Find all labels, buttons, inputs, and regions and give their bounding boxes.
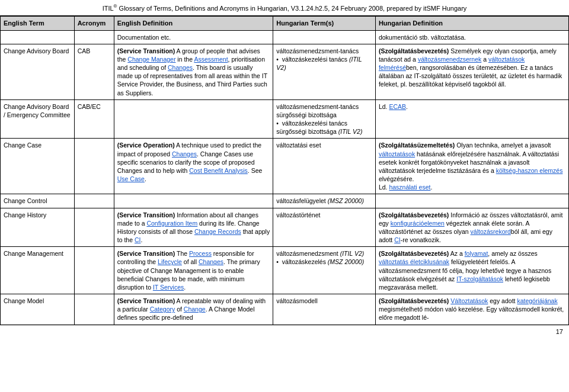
- cell-hungarian-def: Ld. ECAB.: [375, 99, 568, 139]
- cell-hungarian-def: dokumentáció stb. változtatása.: [375, 30, 568, 44]
- main-table: English Term Acronym English Definition …: [0, 16, 569, 325]
- cell-english-def: [114, 194, 273, 208]
- cell-english-def: (Service Operation) A technique used to …: [114, 139, 273, 194]
- cell-hungarian-term: [273, 30, 376, 44]
- table-row: Change History(Service Transition) Infor…: [1, 208, 569, 247]
- cell-hungarian-def: (Szolgáltatásbevezetés) Az a folyamat, a…: [375, 247, 568, 294]
- cell-acronym: CAB: [74, 44, 114, 99]
- table-row: Change Advisory Board / Emergency Commit…: [1, 99, 569, 139]
- cell-english-term: Change Case: [1, 139, 75, 194]
- cell-hungarian-def: [375, 194, 568, 208]
- cell-english-term: Change Advisory Board: [1, 44, 75, 99]
- cell-hungarian-def: (Szolgáltatásbevezetés) Személyek egy ol…: [375, 44, 568, 99]
- cell-hungarian-def: (Szolgáltatásbevezetés) Változtatások eg…: [375, 294, 568, 325]
- table-row: Change Model(Service Transition) A repea…: [1, 294, 569, 325]
- cell-hungarian-term: változtatási eset: [273, 139, 376, 194]
- table-row: Documentation etc.dokumentáció stb. vált…: [1, 30, 569, 44]
- cell-acronym: [74, 30, 114, 44]
- page-footer: 17: [0, 325, 569, 338]
- cell-hungarian-def: (Szolgáltatásüzemeltetés) Olyan technika…: [375, 139, 568, 194]
- cell-english-term: Change Advisory Board / Emergency Commit…: [1, 99, 75, 139]
- cell-hungarian-term: változásmodell: [273, 294, 376, 325]
- cell-hungarian-term: változástörténet: [273, 208, 376, 247]
- cell-english-def: Documentation etc.: [114, 30, 273, 44]
- cell-english-term: [1, 30, 75, 44]
- cell-acronym: [74, 208, 114, 247]
- cell-english-def: (Service Transition) The Process respons…: [114, 247, 273, 294]
- cell-acronym: [74, 247, 114, 294]
- col-header-english-def: English Definition: [114, 16, 273, 30]
- cell-english-def: [114, 99, 273, 139]
- cell-hungarian-term: változásmenedzsment-tanács sürgősségi bi…: [273, 99, 376, 139]
- col-header-acronym: Acronym: [74, 16, 114, 30]
- cell-hungarian-def: (Szolgáltatásbevezetés) Információ az ös…: [375, 208, 568, 247]
- cell-english-def: (Service Transition) A repeatable way of…: [114, 294, 273, 325]
- table-row: Change Advisory BoardCAB(Service Transit…: [1, 44, 569, 99]
- cell-english-term: Change Control: [1, 194, 75, 208]
- table-row: Change Case(Service Operation) A techniq…: [1, 139, 569, 194]
- cell-english-term: Change History: [1, 208, 75, 247]
- col-header-hungarian-term: Hungarian Term(s): [273, 16, 376, 30]
- cell-hungarian-term: változásfelügyelet (MSZ 20000): [273, 194, 376, 208]
- col-header-english-term: English Term: [1, 16, 75, 30]
- header-title: ITIL: [103, 5, 114, 12]
- cell-english-def: (Service Transition) Information about a…: [114, 208, 273, 247]
- table-row: Change Management(Service Transition) Th…: [1, 247, 569, 294]
- cell-acronym: [74, 194, 114, 208]
- header-subtitle: Glossary of Terms, Definitions and Acron…: [117, 5, 467, 12]
- cell-acronym: [74, 139, 114, 194]
- cell-acronym: CAB/EC: [74, 99, 114, 139]
- table-row: Change Controlváltozásfelügyelet (MSZ 20…: [1, 194, 569, 208]
- cell-hungarian-term: változásmenedzsment-tanács• változáskeze…: [273, 44, 376, 99]
- cell-english-def: (Service Transition) A group of people t…: [114, 44, 273, 99]
- page-header: ITIL® Glossary of Terms, Definitions and…: [0, 0, 569, 16]
- cell-english-term: Change Management: [1, 247, 75, 294]
- cell-english-term: Change Model: [1, 294, 75, 325]
- cell-hungarian-term: változásmenedzsment (ITIL V2)• változásk…: [273, 247, 376, 294]
- col-header-hungarian-def: Hungarian Definition: [375, 16, 568, 30]
- page-number: 17: [556, 328, 563, 335]
- cell-acronym: [74, 294, 114, 325]
